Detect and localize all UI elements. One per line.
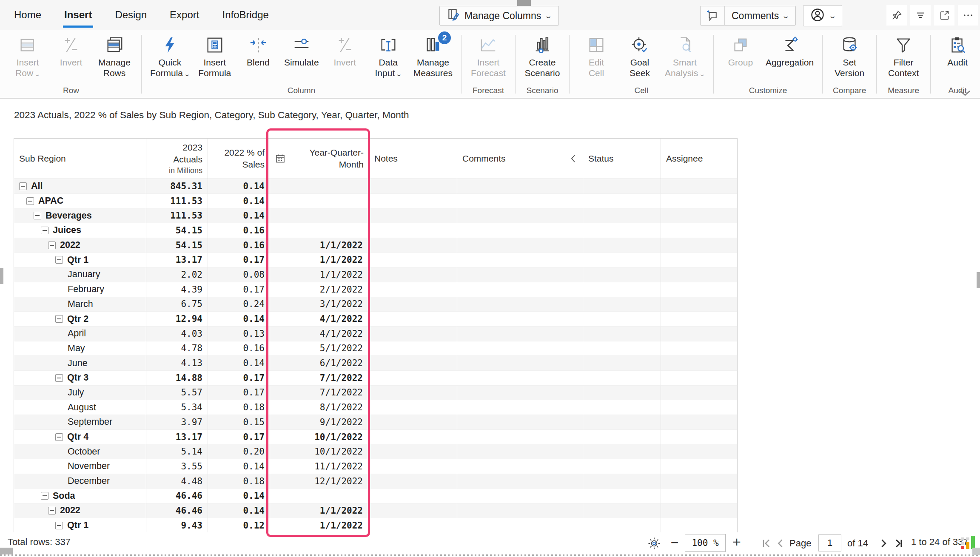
column-header-comments[interactable]: Comments [457, 139, 583, 179]
pct-sales-cell[interactable]: 0.12 [208, 518, 270, 533]
notes-cell[interactable] [369, 518, 457, 533]
assignee-cell[interactable] [661, 253, 737, 267]
collapse-row-icon[interactable] [26, 197, 34, 205]
row-label-cell[interactable]: Beverages [14, 208, 146, 223]
row-label-cell[interactable]: June [14, 356, 146, 371]
manage-measures-button[interactable]: 2ManageMeasures [411, 32, 455, 79]
status-cell[interactable] [583, 444, 661, 459]
actuals-cell[interactable]: 9.43 [146, 518, 208, 533]
assignee-cell[interactable] [661, 356, 737, 371]
assignee-cell[interactable] [661, 194, 737, 209]
date-cell[interactable]: 4/1/2022 [270, 312, 369, 327]
status-cell[interactable] [583, 459, 661, 474]
previous-page-button[interactable] [774, 537, 787, 549]
comments-cell[interactable] [457, 415, 583, 430]
column-header-2023-actuals[interactable]: 2023 Actualsin Millions [146, 139, 208, 179]
actuals-cell[interactable]: 4.78 [146, 341, 208, 356]
actuals-cell[interactable]: 14.88 [146, 371, 208, 386]
invert-button[interactable]: Invert [50, 32, 92, 68]
row-label-cell[interactable]: July [14, 386, 146, 401]
comments-cell[interactable] [457, 444, 583, 459]
pct-sales-cell[interactable]: 0.14 [208, 208, 270, 223]
collapse-row-icon[interactable] [19, 182, 27, 190]
actuals-cell[interactable]: 5.14 [146, 444, 208, 459]
pct-sales-cell[interactable]: 0.15 [208, 415, 270, 430]
date-cell[interactable]: 2/1/2022 [270, 282, 369, 297]
comments-cell[interactable] [457, 253, 583, 267]
pct-sales-cell[interactable]: 0.17 [208, 282, 270, 297]
row-label-cell[interactable]: Qtr 2 [14, 312, 146, 327]
comments-cell[interactable] [457, 208, 583, 223]
column-header-year-quarter-month[interactable]: Year-Quarter-Month [270, 139, 369, 179]
status-cell[interactable] [583, 312, 661, 327]
assignee-cell[interactable] [661, 223, 737, 238]
collapse-row-icon[interactable] [55, 256, 63, 264]
actuals-cell[interactable]: 54.15 [146, 223, 208, 238]
date-cell[interactable]: 7/1/2022 [270, 371, 369, 386]
status-cell[interactable] [583, 371, 661, 386]
status-cell[interactable] [583, 282, 661, 297]
status-cell[interactable] [583, 386, 661, 401]
assignee-cell[interactable] [661, 297, 737, 312]
pct-sales-cell[interactable]: 0.14 [208, 459, 270, 474]
status-cell[interactable] [583, 356, 661, 371]
pct-sales-cell[interactable]: 0.14 [208, 312, 270, 327]
date-cell[interactable]: 9/1/2022 [270, 415, 369, 430]
collapse-row-icon[interactable] [34, 212, 41, 219]
date-cell[interactable] [270, 208, 369, 223]
notes-cell[interactable] [369, 444, 457, 459]
actuals-cell[interactable]: 5.57 [146, 386, 208, 401]
actuals-cell[interactable]: 845.31 [146, 179, 208, 194]
notes-cell[interactable] [369, 356, 457, 371]
notes-cell[interactable] [369, 282, 457, 297]
pct-sales-cell[interactable]: 0.08 [208, 267, 270, 282]
date-cell[interactable] [270, 179, 369, 194]
status-cell[interactable] [583, 415, 661, 430]
collapse-row-icon[interactable] [48, 507, 56, 514]
status-cell[interactable] [583, 474, 661, 489]
notes-cell[interactable] [369, 253, 457, 267]
notes-cell[interactable] [369, 489, 457, 503]
filter-context-button[interactable]: FilterContext [883, 32, 924, 79]
pct-sales-cell[interactable]: 0.14 [208, 489, 270, 503]
date-cell[interactable]: 8/1/2022 [270, 400, 369, 415]
insert-forecast-button[interactable]: InsertForecast [467, 32, 509, 79]
column-header-2022-of-sales[interactable]: 2022 % of Sales [208, 139, 270, 179]
actuals-cell[interactable]: 54.15 [146, 238, 208, 253]
assignee-cell[interactable] [661, 503, 737, 518]
pct-sales-cell[interactable]: 0.13 [208, 327, 270, 341]
notes-cell[interactable] [369, 341, 457, 356]
row-label-cell[interactable]: January [14, 267, 146, 282]
insert-row-button[interactable]: InsertRow⌄ [7, 32, 48, 79]
tab-infobridge[interactable]: InfoBridge [211, 0, 280, 30]
row-label-cell[interactable]: 2022 [14, 503, 146, 518]
pct-sales-cell[interactable]: 0.14 [208, 356, 270, 371]
date-cell[interactable]: 5/1/2022 [270, 341, 369, 356]
row-label-cell[interactable]: Soda [14, 489, 146, 503]
row-label-cell[interactable]: May [14, 341, 146, 356]
assignee-cell[interactable] [661, 489, 737, 503]
assignee-cell[interactable] [661, 386, 737, 401]
column-header-notes[interactable]: Notes [369, 139, 457, 179]
comments-cell[interactable] [457, 371, 583, 386]
zoom-out-button[interactable]: − [667, 534, 682, 551]
zoom-in-button[interactable]: + [729, 533, 744, 550]
date-cell[interactable]: 1/1/2022 [270, 503, 369, 518]
comments-cell[interactable] [457, 179, 583, 194]
actuals-cell[interactable]: 46.46 [146, 503, 208, 518]
simulate-button[interactable]: Simulate [281, 32, 322, 68]
status-cell[interactable] [583, 341, 661, 356]
actuals-cell[interactable]: 3.97 [146, 415, 208, 430]
pct-sales-cell[interactable]: 0.16 [208, 341, 270, 356]
notes-cell[interactable] [369, 459, 457, 474]
assignee-cell[interactable] [661, 430, 737, 445]
pct-sales-cell[interactable]: 0.24 [208, 297, 270, 312]
actuals-cell[interactable]: 111.53 [146, 194, 208, 209]
pct-sales-cell[interactable]: 0.18 [208, 400, 270, 415]
notes-cell[interactable] [369, 208, 457, 223]
quick-formula-button[interactable]: QuickFormula⌄ [148, 32, 192, 79]
tab-design[interactable]: Design [103, 0, 158, 30]
tab-home[interactable]: Home [3, 0, 53, 30]
notes-cell[interactable] [369, 179, 457, 194]
row-label-cell[interactable]: Juices [14, 223, 146, 238]
